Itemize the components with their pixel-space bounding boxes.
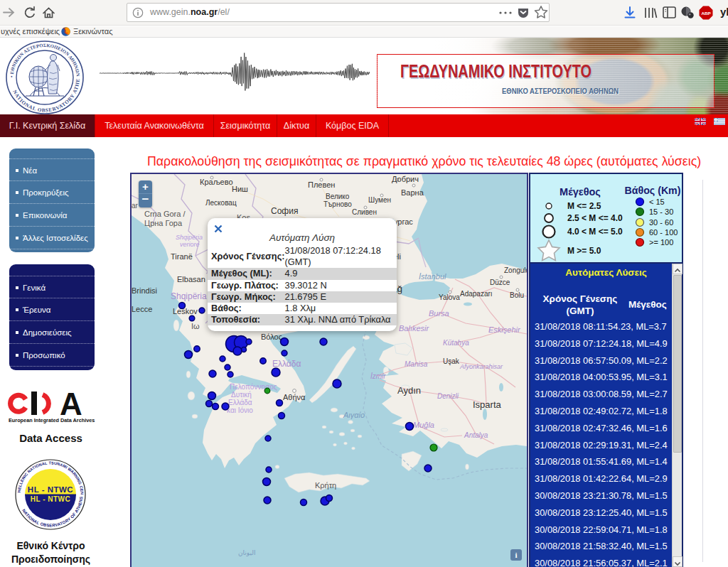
- svg-text:Shqipëria: Shqipëria: [176, 234, 203, 241]
- svg-text:Muğla: Muğla: [413, 421, 434, 429]
- svg-text:Лесковац: Лесковац: [205, 199, 237, 207]
- svg-text:Zonguldak: Zonguldak: [504, 266, 527, 274]
- svg-text:< 15: < 15: [649, 198, 665, 206]
- svg-text:Δυτική: Δυτική: [231, 391, 252, 399]
- svg-text:Ελλάδα: Ελλάδα: [272, 359, 301, 369]
- svg-text:Kütahya: Kütahya: [443, 339, 469, 347]
- svg-text:Βόλος: Βόλος: [261, 333, 282, 341]
- svg-text:HL - NTWC: HL - NTWC: [28, 485, 73, 494]
- svg-text:Leskov: Leskov: [173, 307, 198, 315]
- svg-text:Aydın: Aydın: [397, 385, 421, 396]
- svg-text:60 - 100: 60 - 100: [649, 228, 678, 237]
- svg-text:Denizli: Denizli: [437, 392, 459, 400]
- svg-text:4.0 < M <= 5.0: 4.0 < M <= 5.0: [567, 227, 623, 237]
- svg-text:Αθήνα: Αθήνα: [283, 393, 306, 401]
- svg-text:HL - NTWC: HL - NTWC: [31, 495, 71, 503]
- svg-text:15 - 30: 15 - 30: [649, 207, 673, 216]
- svg-text:Ιω: Ιω: [191, 322, 200, 330]
- svg-text:Düzce: Düzce: [490, 279, 510, 286]
- svg-text:Uşak: Uşak: [443, 357, 460, 365]
- svg-text:Добрич: Добрич: [392, 175, 419, 183]
- svg-text:Βάθος (Km): Βάθος (Km): [625, 185, 681, 196]
- svg-text:ar: ar: [132, 202, 139, 210]
- svg-text:Antalya: Antalya: [464, 431, 488, 439]
- svg-text:30 - 60: 30 - 60: [649, 218, 673, 227]
- svg-text:Црна Гора: Црна Гора: [144, 219, 183, 227]
- svg-text:Elbasan: Elbasan: [177, 275, 205, 284]
- svg-text:Варна: Варна: [401, 188, 424, 197]
- svg-text:İzmir: İzmir: [370, 372, 386, 380]
- svg-text:European Integrated Data Archi: European Integrated Data Archives: [9, 417, 95, 423]
- svg-text:Краљево: Краљево: [200, 178, 233, 186]
- svg-text:Brindisi: Brindisi: [132, 286, 157, 295]
- svg-text:>= 100: >= 100: [649, 238, 673, 247]
- svg-text:Lecce: Lecce: [132, 305, 152, 313]
- svg-text:Ниш: Ниш: [232, 185, 248, 193]
- svg-text:Crna Gora /: Crna Gora /: [144, 210, 186, 218]
- svg-text:Μέγεθος: Μέγεθος: [560, 186, 601, 198]
- svg-text:Велико: Велико: [326, 193, 350, 200]
- svg-text:Bolu: Bolu: [510, 291, 524, 299]
- svg-text:Αιγαίο: Αιγαίο: [343, 411, 365, 419]
- svg-text:Сливен: Сливен: [352, 208, 377, 216]
- svg-text:Isparta: Isparta: [473, 399, 502, 410]
- svg-text:Tiranë: Tiranë: [171, 252, 193, 261]
- svg-text:Yalova: Yalova: [439, 293, 460, 301]
- svg-text:Κρήτη: Κρήτη: [315, 481, 336, 490]
- svg-text:Balıkesir: Balıkesir: [399, 324, 430, 333]
- svg-text:2.5 < M <= 4.0: 2.5 < M <= 4.0: [567, 213, 623, 223]
- svg-text:الیونان: الیونان: [238, 549, 255, 556]
- svg-text:M <= 2.5: M <= 2.5: [567, 201, 601, 211]
- svg-text:Ελλάδα: Ελλάδα: [228, 399, 252, 406]
- svg-text:Търново: Търново: [323, 200, 352, 208]
- svg-text:Плевен: Плевен: [308, 180, 335, 189]
- svg-text:veriore: veriore: [180, 241, 200, 248]
- svg-text:ABP: ABP: [701, 11, 710, 16]
- svg-text:και Ιόνιο: και Ιόνιο: [227, 406, 253, 414]
- svg-text:Шумен: Шумен: [368, 196, 391, 204]
- svg-text:İstanbul: İstanbul: [419, 272, 446, 281]
- svg-text:M >= 5.0: M >= 5.0: [567, 246, 601, 256]
- svg-text:Bursa: Bursa: [429, 309, 449, 318]
- svg-text:Shqipëria: Shqipëria: [171, 291, 207, 301]
- svg-text:Manisa: Manisa: [405, 360, 428, 368]
- svg-text:София: София: [271, 206, 298, 216]
- svg-text:Adapazarı: Adapazarı: [460, 290, 493, 298]
- svg-text:Afyonkarahisar: Afyonkarahisar: [459, 363, 503, 370]
- svg-text:Eskişehir: Eskişehir: [488, 325, 521, 334]
